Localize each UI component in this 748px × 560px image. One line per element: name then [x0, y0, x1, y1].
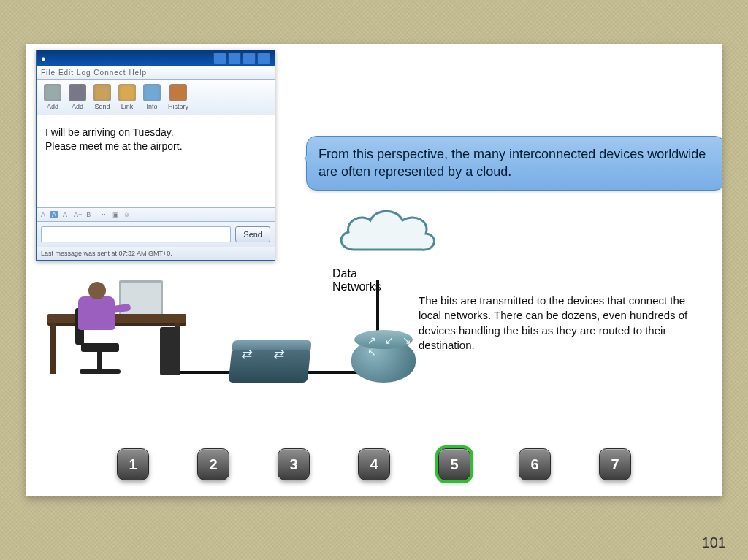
cloud-icon — [332, 203, 442, 264]
step-navigation: 1 2 3 4 5 6 7 — [26, 448, 722, 480]
step-button-3[interactable]: 3 — [278, 448, 310, 480]
network-router-icon: ↗ ↙ ↘ ↖ — [351, 339, 416, 383]
step-button-1[interactable]: 1 — [117, 448, 149, 480]
slide-content: ● File Edit Log Connect Help Add Add Sen… — [26, 44, 722, 496]
restore-icon[interactable] — [243, 53, 256, 64]
send-icon — [94, 84, 111, 101]
more-icon[interactable]: ⋯ — [102, 211, 108, 218]
window-controls[interactable] — [213, 53, 270, 64]
bold-icon[interactable]: B — [86, 211, 91, 218]
chat-titlebar[interactable]: ● — [37, 50, 275, 66]
size-down-icon[interactable]: A- — [63, 211, 69, 218]
toolbar-label: Info — [146, 103, 157, 110]
toolbar-label: History — [168, 103, 188, 110]
toolbar-label: Send — [94, 103, 110, 110]
image-icon[interactable]: ▣ — [112, 211, 119, 218]
toolbar-item-add1[interactable]: Add — [44, 84, 61, 110]
desk-leg — [50, 323, 56, 374]
chat-title-dot: ● — [41, 54, 46, 63]
toolbar-item-link[interactable]: Link — [118, 84, 136, 110]
chat-input-row: Send — [37, 222, 275, 247]
user-at-desk — [40, 270, 405, 416]
step-button-5[interactable]: 5 — [438, 448, 470, 480]
emoji-icon[interactable]: ☺ — [123, 211, 130, 218]
italic-icon[interactable]: I — [95, 211, 97, 218]
pc-tower-icon — [160, 327, 180, 375]
switch-arrows-icon: ⇄ ⇄ — [241, 346, 294, 362]
chat-toolbar: Add Add Send Link Info History — [37, 80, 275, 115]
toolbar-label: Add — [72, 103, 83, 110]
router-arrows-icon: ↗ ↙ ↘ ↖ — [367, 334, 416, 358]
size-up-icon[interactable]: A+ — [74, 211, 82, 218]
network-switch-icon: ⇄ ⇄ — [229, 349, 311, 383]
toolbar-label: Add — [47, 103, 58, 110]
person-icon — [69, 282, 121, 369]
chat-status-bar: Last message was sent at 07:32 AM GMT+0. — [37, 247, 275, 260]
info-icon — [143, 84, 161, 101]
chat-menu-bar[interactable]: File Edit Log Connect Help — [37, 66, 275, 80]
step-button-6[interactable]: 6 — [519, 448, 551, 480]
minimize-icon[interactable] — [213, 53, 226, 64]
step-button-7[interactable]: 7 — [599, 448, 631, 480]
toolbar-item-send[interactable]: Send — [94, 84, 111, 110]
speech-bubble: From this perspective, the many intercon… — [306, 136, 722, 191]
explanation-text: The bits are transmitted to the devices … — [419, 294, 711, 353]
history-icon — [169, 84, 187, 101]
toolbar-item-info[interactable]: Info — [143, 84, 161, 110]
maximize-icon[interactable] — [228, 53, 241, 64]
toolbar-item-history[interactable]: History — [168, 84, 188, 110]
chat-message-body: I will be arriving on Tuesday. Please me… — [37, 115, 275, 208]
font-icon[interactable]: A — [41, 211, 45, 218]
chat-message-line1: I will be arriving on Tuesday. — [45, 126, 266, 139]
chat-text-input[interactable] — [41, 226, 231, 242]
mic-icon — [69, 84, 86, 101]
page-number: 101 — [702, 534, 726, 551]
chat-window: ● File Edit Log Connect Help Add Add Sen… — [36, 50, 275, 261]
toolbar-label: Link — [121, 103, 134, 110]
step-button-2[interactable]: 2 — [197, 448, 229, 480]
toolbar-item-add2[interactable]: Add — [69, 84, 86, 110]
person-icon — [44, 84, 61, 101]
step-button-4[interactable]: 4 — [358, 448, 390, 480]
link-icon — [118, 84, 136, 101]
color-icon[interactable]: A — [50, 211, 58, 218]
send-button[interactable]: Send — [235, 226, 270, 242]
close-icon[interactable] — [257, 53, 270, 64]
chat-format-bar[interactable]: A A A- A+ B I ⋯ ▣ ☺ — [37, 208, 275, 222]
chat-message-line2: Please meet me at the airport. — [45, 139, 266, 153]
